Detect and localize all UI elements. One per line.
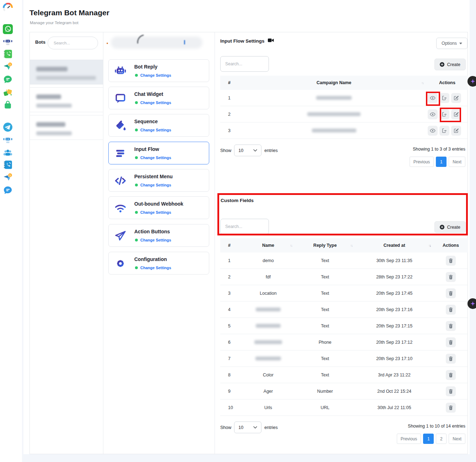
change-settings-link[interactable]: Change Settings [140,100,171,105]
next-page-button[interactable]: Next [449,434,465,444]
delete-button[interactable] [446,354,456,364]
delete-button[interactable] [446,337,456,347]
page-1-button[interactable]: 1 [423,434,434,444]
change-settings-link[interactable]: Change Settings [140,128,171,132]
card-bot-reply[interactable]: Bot Reply Change Settings [108,59,209,82]
telegram-group-icon[interactable] [3,148,13,158]
delete-button[interactable] [446,370,456,380]
contacts-book-icon[interactable] [3,49,13,59]
previous-page-button[interactable]: Previous [410,157,434,167]
col-num[interactable]: # [220,243,242,248]
card-configuration[interactable]: Configuration Change Settings [108,252,209,275]
telegram-livechat-icon[interactable] [3,185,13,195]
delete-button[interactable] [446,321,456,331]
change-settings-link[interactable]: Change Settings [140,73,171,77]
telegram-bot-icon[interactable] [3,135,13,145]
sort-icon[interactable]: ↑↓ [428,244,431,248]
broadcast-send-icon[interactable]: 1 [3,61,13,71]
ai-assistant-button[interactable] [467,76,476,87]
col-created-at[interactable]: Created at↑↓ [355,243,433,248]
edit-button[interactable] [451,93,461,103]
row-actions [433,354,468,364]
created-at: 20th Sep 23 17:10 [355,356,433,361]
dashboard-gauge-icon[interactable] [3,3,13,13]
card-sequence[interactable]: Sequence Change Settings [108,114,209,137]
created-at: 28th Sep 23 17:22 [355,275,433,279]
campaign-search-input[interactable] [220,56,269,72]
video-camera-icon[interactable] [268,38,274,44]
change-settings-link[interactable]: Change Settings [140,156,171,160]
page-subtitle: Manage your Telegram bot [30,21,79,25]
table-row: 5Text20th Sep 23 17:15 [220,318,468,334]
card-input-flow[interactable]: Input Flow Change Settings [108,142,209,164]
bot-list-item[interactable] [30,87,103,112]
ai-assistant-button[interactable] [467,298,476,309]
card-action-buttons[interactable]: Action Buttons Change Settings [108,224,209,247]
col-reply-type[interactable]: Reply Type↑↓ [295,243,355,248]
field-name [242,340,295,344]
blurred-field-name [255,357,281,360]
sort-icon[interactable]: ↑↓ [350,244,352,248]
view-button[interactable] [428,93,438,103]
delete-button[interactable] [446,272,456,282]
delete-button[interactable] [446,403,456,413]
export-button[interactable] [439,93,449,103]
row-actions [433,370,468,380]
scrollbar[interactable] [470,0,476,462]
create-custom-field-button[interactable]: Create [434,221,466,233]
livechat-bubble-icon[interactable] [3,75,13,85]
sort-icon[interactable]: ↑↓ [421,81,423,85]
status-dot [135,129,138,131]
page-2-button[interactable]: 2 [436,434,447,444]
bot-icon[interactable] [3,37,13,47]
sort-icon[interactable]: ↑↓ [290,244,292,248]
page-1-button[interactable]: 1 [436,157,447,167]
next-page-button[interactable]: Next [449,157,465,167]
previous-page-button[interactable]: Previous [397,434,421,444]
card-chat-widget[interactable]: Chat Widget Change Settings [108,87,209,109]
export-button[interactable] [439,126,449,136]
bot-list-item[interactable] [30,115,103,140]
page-background [22,454,476,462]
paint-bucket-icon [114,120,126,132]
blurred-text [184,40,185,44]
telegram-contacts-icon[interactable] [3,160,13,170]
options-button[interactable]: Options [436,38,467,49]
bot-list-item[interactable] [30,60,103,85]
view-button[interactable] [428,126,438,136]
integration-puzzle-icon[interactable] [3,87,13,97]
telegram-icon[interactable] [3,122,13,132]
delete-button[interactable] [446,305,456,315]
status-dot [135,184,138,186]
change-settings-link[interactable]: Change Settings [140,266,171,270]
telegram-broadcast-icon[interactable]: 1 [3,172,13,182]
delete-button[interactable] [446,256,456,266]
view-button[interactable] [428,109,438,119]
card-outbound-webhook[interactable]: Out-bound Webhook Change Settings [108,196,209,219]
change-settings-link[interactable]: Change Settings [140,210,171,214]
page-size-select[interactable]: 10 [234,422,261,433]
col-name[interactable]: Name↑↓ [242,243,295,248]
show-label: Show [220,425,231,430]
export-button[interactable] [439,109,449,119]
reply-type: Text [295,275,355,279]
change-settings-link[interactable]: Change Settings [140,183,171,187]
card-title: Out-bound Webhook [134,201,183,207]
col-campaign-name[interactable]: Campaign Name↑↓ [242,80,426,85]
store-bag-icon[interactable] [3,100,13,110]
custom-fields-search-input[interactable] [220,219,269,234]
page-size-select[interactable]: 10 [234,145,261,156]
edit-button[interactable] [451,126,461,136]
created-at: 20th Sep 23 17:45 [355,291,433,296]
delete-button[interactable] [446,386,456,396]
field-name: demo [242,258,295,263]
col-num[interactable]: # [220,80,242,85]
change-settings-link[interactable]: Change Settings [140,238,171,242]
card-persistent-menu[interactable]: Persistent Menu Change Settings [108,169,209,192]
bots-search-input[interactable] [48,37,98,49]
whatsapp-icon[interactable] [3,24,13,34]
delete-button[interactable] [446,288,456,298]
edit-button[interactable] [451,109,461,119]
create-campaign-button[interactable]: Create [434,59,466,70]
row-number: 9 [220,389,242,394]
